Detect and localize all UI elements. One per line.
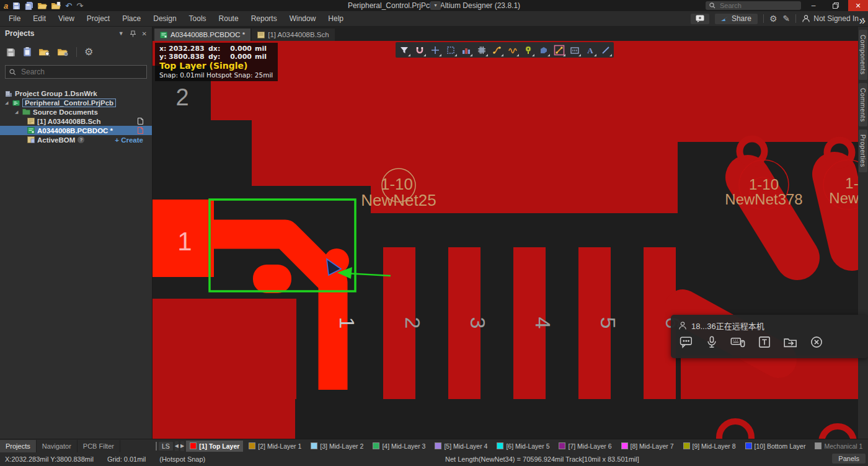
restore-button[interactable] bbox=[826, 0, 846, 11]
menu-file[interactable]: File bbox=[2, 11, 27, 26]
customize-pen-icon[interactable]: ✎ bbox=[783, 14, 790, 23]
compile-validate-icon[interactable] bbox=[23, 47, 32, 57]
projects-search-box[interactable] bbox=[5, 65, 147, 79]
menu-view[interactable]: View bbox=[52, 11, 81, 26]
expander-icon[interactable]: ◢ bbox=[5, 100, 10, 105]
net-edge-name-label: NewN bbox=[829, 190, 858, 206]
folder-settings-icon[interactable] bbox=[58, 48, 69, 56]
layer-tab-top[interactable]: [1] Top Layer bbox=[186, 441, 243, 452]
layer-tab-mid1[interactable]: [2] Mid-Layer 1 bbox=[245, 441, 305, 452]
panels-button[interactable]: Panels bbox=[832, 454, 866, 464]
via-icon[interactable] bbox=[520, 42, 536, 58]
title-dropdown[interactable]: ▾ bbox=[430, 1, 441, 10]
layer-tab-mid4[interactable]: [5] Mid-Layer 4 bbox=[431, 441, 491, 452]
panel-tab-navigator[interactable]: Navigator bbox=[37, 440, 78, 452]
doc-tab-sch[interactable]: [1] A0344008B.Sch bbox=[252, 29, 334, 41]
layer-tab-bottom[interactable]: [10] Bottom Layer bbox=[742, 441, 810, 452]
text-string-icon[interactable]: A bbox=[582, 42, 598, 58]
tree-item-pcb-doc[interactable]: A0344008B.PCBDOC * bbox=[0, 126, 152, 135]
tune-length-icon[interactable] bbox=[505, 42, 520, 58]
layer-tab-mid2[interactable]: [3] Mid-Layer 2 bbox=[307, 441, 367, 452]
crosshair-icon[interactable] bbox=[427, 42, 443, 58]
open-icon[interactable] bbox=[38, 2, 47, 9]
tree-item-workspace[interactable]: Project Group 1.DsnWrk bbox=[0, 89, 152, 98]
create-bom-link[interactable]: + Create bbox=[115, 136, 143, 144]
text-input-icon[interactable] bbox=[758, 336, 771, 348]
menu-tools[interactable]: Tools bbox=[183, 11, 213, 26]
layer-tab-mid3[interactable]: [4] Mid-Layer 3 bbox=[369, 441, 429, 452]
tree-item-sch-doc[interactable]: [1] A0344008B.Sch bbox=[0, 116, 152, 126]
disconnect-icon[interactable] bbox=[810, 336, 823, 348]
tree-item-activebom[interactable]: ActiveBOM ? + Create bbox=[0, 135, 152, 144]
layer-set-swatch[interactable] bbox=[156, 442, 157, 451]
global-search-input[interactable] bbox=[719, 1, 789, 10]
snap-magnet-icon[interactable] bbox=[412, 42, 427, 58]
menu-project[interactable]: Project bbox=[81, 11, 116, 26]
layer-set-button[interactable]: LS bbox=[159, 442, 173, 451]
polygon-pour-icon[interactable] bbox=[536, 42, 551, 58]
filter-icon[interactable] bbox=[396, 42, 412, 58]
open-project-icon[interactable] bbox=[51, 2, 61, 9]
interactive-route-icon[interactable] bbox=[489, 42, 505, 58]
room-icon[interactable] bbox=[567, 42, 582, 58]
tab-components[interactable]: Components bbox=[859, 30, 867, 80]
undo-icon[interactable]: ↶ bbox=[65, 2, 72, 10]
highlight-trace-icon[interactable] bbox=[551, 42, 567, 58]
menu-help[interactable]: Help bbox=[322, 11, 350, 26]
grid-setting: Grid: 0.01mil bbox=[107, 455, 146, 463]
layer-tab-mid7[interactable]: [8] Mid-Layer 7 bbox=[618, 441, 678, 452]
layer-tab-mid5[interactable]: [6] Mid-Layer 5 bbox=[493, 441, 553, 452]
comment-button[interactable] bbox=[691, 14, 709, 24]
menu-place[interactable]: Place bbox=[116, 11, 147, 26]
overlay-expand-chevron[interactable]: » bbox=[859, 14, 866, 27]
cursor-coordinates: X:2032.283mil Y:3800.838mil bbox=[5, 455, 94, 463]
menu-reports[interactable]: Reports bbox=[245, 11, 283, 26]
search-icon bbox=[709, 2, 715, 9]
minimize-button[interactable]: – bbox=[804, 0, 823, 11]
chat-icon[interactable] bbox=[680, 336, 693, 348]
save-project-icon[interactable] bbox=[6, 48, 16, 57]
schematic-doc-icon bbox=[257, 32, 265, 38]
menu-edit[interactable]: Edit bbox=[27, 11, 52, 26]
settings-gear-icon[interactable]: ⚙ bbox=[769, 14, 777, 23]
net-edge-pins-label: 1- bbox=[845, 175, 858, 191]
panel-tab-projects[interactable]: Projects bbox=[0, 440, 37, 452]
panel-dropdown-icon[interactable]: ▼ bbox=[118, 30, 124, 37]
close-button[interactable]: ✕ bbox=[848, 0, 868, 11]
redo-icon[interactable]: ↷ bbox=[76, 2, 83, 10]
menu-window[interactable]: Window bbox=[283, 11, 322, 26]
menu-route[interactable]: Route bbox=[213, 11, 245, 26]
component-icon[interactable] bbox=[474, 42, 489, 58]
signin-control[interactable]: Not Signed In ▾ bbox=[802, 14, 864, 23]
expander-icon[interactable]: ◢ bbox=[15, 110, 20, 115]
share-button[interactable]: Share bbox=[715, 14, 758, 24]
layer-tab-mechanical1[interactable]: Mechanical 1 bbox=[811, 441, 866, 452]
tab-comments[interactable]: Comments bbox=[859, 83, 867, 127]
layer-tab-mid8[interactable]: [9] Mid-Layer 8 bbox=[680, 441, 740, 452]
open-folder-search-icon[interactable] bbox=[39, 48, 50, 56]
panel-settings-gear-icon[interactable]: ⚙ bbox=[84, 47, 93, 57]
panel-tab-pcb-filter[interactable]: PCB Filter bbox=[78, 440, 120, 452]
save-all-icon[interactable] bbox=[25, 2, 33, 10]
layer-tab-mid6[interactable]: [7] Mid-Layer 6 bbox=[555, 441, 615, 452]
panel-title: Projects bbox=[5, 29, 112, 38]
menu-design[interactable]: Design bbox=[147, 11, 182, 26]
tree-item-project[interactable]: ◢ Peripheral_Control.PrjPcb bbox=[0, 98, 152, 107]
panel-pin-icon[interactable] bbox=[130, 30, 136, 37]
remote-control-icon[interactable] bbox=[730, 336, 745, 348]
tab-properties[interactable]: Properties bbox=[859, 130, 867, 172]
pad-stack-icon[interactable] bbox=[458, 42, 474, 58]
projects-search-input[interactable] bbox=[20, 67, 140, 77]
doc-tab-pcbdoc[interactable]: A0344008B.PCBDOC * bbox=[154, 29, 250, 41]
tree-item-source-documents[interactable]: ◢ Source Documents bbox=[0, 107, 152, 116]
microphone-icon[interactable] bbox=[706, 336, 717, 348]
panel-close-icon[interactable]: ✕ bbox=[142, 30, 147, 37]
layer-scroll-right[interactable]: ▶ bbox=[180, 441, 184, 451]
save-icon[interactable] bbox=[12, 2, 20, 10]
global-search-box[interactable] bbox=[706, 1, 801, 10]
select-area-icon[interactable] bbox=[443, 42, 458, 58]
file-transfer-icon[interactable] bbox=[784, 336, 797, 348]
line-icon[interactable] bbox=[598, 42, 613, 58]
pcb-canvas[interactable]: 1 2 1 2 3 4 5 6 1-10 NewNet25 1-10 NewNe… bbox=[153, 41, 858, 439]
layer-scroll-left[interactable]: ◀ bbox=[175, 441, 179, 451]
